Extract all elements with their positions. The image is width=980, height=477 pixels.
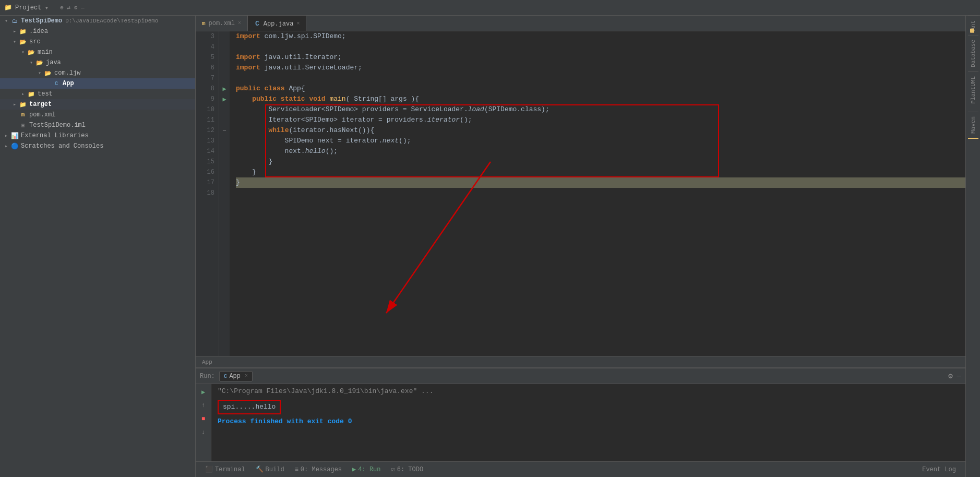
folder-icon: 📂	[27, 48, 35, 56]
expand-arrow	[19, 90, 27, 98]
xml-tab-icon: m	[202, 20, 206, 27]
expand-arrow	[10, 121, 19, 129]
right-tab-ant[interactable]: Ant	[968, 16, 978, 35]
expand-arrow	[44, 79, 52, 88]
code-line-6: import java.util.ServiceLoader;	[236, 63, 965, 73]
line-num-15: 15	[200, 157, 214, 167]
tab-pomxml[interactable]: m pom.xml ×	[196, 16, 248, 31]
gutter-16	[219, 167, 230, 177]
xml-icon: m	[19, 111, 27, 119]
editor-footer: App	[196, 356, 965, 367]
expand-arrow	[2, 17, 10, 25]
sidebar-item-java[interactable]: 📂 java	[0, 57, 195, 68]
line-num-17: 17	[200, 177, 214, 188]
expand-arrow	[2, 142, 10, 150]
code-line-17: }	[236, 177, 965, 188]
code-line-5: import java.util.Iterator;	[236, 52, 965, 63]
run-body: ▶ ↑ ■ ↓ "C:\Program Files\Java\jdk1.8.0_…	[196, 384, 965, 461]
tab-appjava[interactable]: C App.java ×	[248, 16, 306, 31]
sidebar-item-app[interactable]: C App	[0, 78, 195, 89]
run-stop-button[interactable]: ■	[198, 413, 209, 425]
code-line-14: next.hello();	[236, 146, 965, 157]
sidebar-label-pomxml: pom.xml	[29, 111, 55, 118]
terminal-button[interactable]: ⬛ Terminal	[200, 464, 250, 474]
gutter-12: —	[219, 125, 230, 136]
right-panel: Ant Database PlantUML Maven	[965, 16, 980, 477]
sidebar-item-path: D:\JavaIDEACode\TestSpiDemo	[65, 18, 158, 24]
folder-icon: 📂	[19, 38, 27, 46]
line-num-11: 11	[200, 115, 214, 125]
project-label[interactable]: Project	[15, 4, 41, 11]
gutter-area: ▶ ▶ —	[219, 31, 230, 356]
code-line-8: public class App{	[236, 84, 965, 94]
folder-icon: 📁	[19, 27, 27, 35]
right-tab-maven-label: Maven	[970, 116, 976, 134]
lib-icon: 📊	[10, 132, 19, 140]
minimize-icon[interactable]: —	[957, 372, 961, 380]
code-content[interactable]: import com.ljw.spi.SPIDemo; import java.…	[230, 31, 965, 356]
code-editor[interactable]: 3 4 5 6 7 8 9 10 11 12 13 14 15 16 17 18	[196, 31, 965, 356]
line-num-6: 6	[200, 63, 214, 73]
gutter-15	[219, 157, 230, 167]
run-header-right: ⚙ —	[948, 372, 961, 380]
line-num-8: 8	[200, 84, 214, 94]
sidebar-item-extlibs[interactable]: 📊 External Libraries	[0, 130, 195, 141]
code-line-10: ServiceLoader<SPIDemo> providers = Servi…	[236, 104, 965, 115]
title-arrow: ▾	[44, 4, 49, 12]
tab-close-appjava[interactable]: ×	[296, 21, 300, 27]
run-play-button[interactable]: ▶	[198, 386, 209, 398]
run-up-button[interactable]: ↑	[198, 400, 209, 411]
code-line-16: }	[236, 167, 965, 177]
run-cmd-text: "C:\Program Files\Java\jdk1.8.0_191\bin\…	[218, 387, 433, 395]
title-bar-left: 📁 Project ▾ ⊕ ⇄ ⚙ —	[4, 4, 85, 12]
tab-close-pomxml[interactable]: ×	[238, 20, 241, 26]
sidebar-item-scratches[interactable]: 🔵 Scratches and Consoles	[0, 141, 195, 151]
line-num-13: 13	[200, 136, 214, 146]
event-log-button[interactable]: Event Log	[917, 465, 961, 474]
code-line-3: import com.ljw.spi.SPIDemo;	[236, 31, 965, 42]
settings-icon[interactable]: ⚙	[948, 372, 952, 380]
run-cmd-line: "C:\Program Files\Java\jdk1.8.0_191\bin\…	[218, 386, 959, 397]
sidebar-item-iml[interactable]: ▣ TestSpiDemo.iml	[0, 120, 195, 130]
run-icon-9[interactable]: ▶	[222, 96, 226, 103]
gutter-8[interactable]: ▶	[219, 84, 230, 94]
messages-label: 0: Messages	[301, 466, 342, 473]
right-tab-plantuml[interactable]: PlantUML	[968, 71, 978, 108]
messages-button[interactable]: ≡ 0: Messages	[290, 465, 347, 474]
line-num-14: 14	[200, 146, 214, 157]
build-button[interactable]: 🔨 Build	[250, 464, 290, 474]
editor-area: m pom.xml × C App.java × 3 4 5 6 7 8 9 1…	[196, 16, 965, 477]
line-num-7: 7	[200, 73, 214, 84]
sidebar-item-test[interactable]: 📁 test	[0, 89, 195, 99]
sidebar-item-idea[interactable]: 📁 .idea	[0, 26, 195, 37]
run-tab-app[interactable]: C App ×	[219, 371, 253, 381]
tab-label-appjava: App.java	[264, 20, 294, 28]
sidebar-item-main[interactable]: 📂 main	[0, 47, 195, 57]
fold-12[interactable]: —	[223, 128, 226, 134]
run-tab-close[interactable]: ×	[245, 373, 248, 379]
line-num-4: 4	[200, 42, 214, 52]
run-icon-8[interactable]: ▶	[222, 85, 226, 93]
right-tab-database[interactable]: Database	[968, 35, 978, 71]
event-log-area[interactable]: Event Log	[917, 465, 961, 474]
todo-button[interactable]: ☑ 6: TODO	[386, 464, 429, 474]
sidebar-label-main: main	[38, 49, 53, 56]
sidebar: 🗂 TestSpiDemo D:\JavaIDEACode\TestSpiDem…	[0, 16, 196, 477]
run-tab-icon: C	[224, 373, 228, 379]
sidebar-item-pomxml[interactable]: m pom.xml	[0, 110, 195, 120]
run-panel: Run: C App × ⚙ — ▶ ↑ ■ ↓	[196, 367, 965, 461]
tab-label-pomxml: pom.xml	[209, 20, 235, 27]
gutter-9[interactable]: ▶	[219, 94, 230, 104]
sidebar-item-src[interactable]: 📂 src	[0, 37, 195, 47]
right-tab-maven[interactable]: Maven	[968, 112, 978, 139]
run-down-button[interactable]: ↓	[198, 427, 209, 438]
sidebar-item-comljw[interactable]: 📂 com.ljw	[0, 68, 195, 78]
right-tab-database-label: Database	[970, 40, 976, 67]
run-output: "C:\Program Files\Java\jdk1.8.0_191\bin\…	[211, 384, 965, 461]
project-icon: 📁	[4, 4, 12, 11]
sidebar-item-root[interactable]: 🗂 TestSpiDemo D:\JavaIDEACode\TestSpiDem…	[0, 16, 195, 26]
run-output-wrapper: spi.....hello	[218, 399, 959, 414]
gutter-14	[219, 146, 230, 157]
sidebar-item-target[interactable]: 📁 target	[0, 99, 195, 110]
run-bottom-button[interactable]: ▶ 4: Run	[347, 464, 386, 474]
